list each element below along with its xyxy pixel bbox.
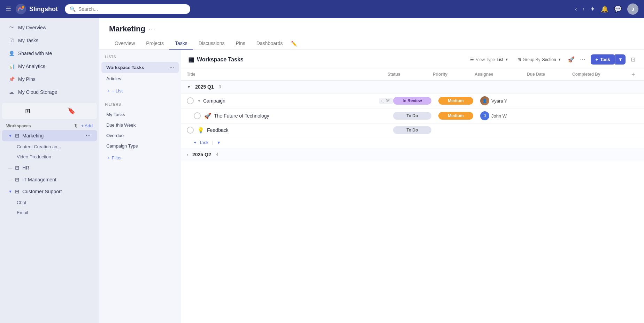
sort-workspaces-button[interactable]: ⇅ [74,123,78,128]
workspace-more-icon[interactable]: ⋯ [86,133,91,138]
add-task-button[interactable]: + Task [591,54,615,65]
toolbar-more-button[interactable]: ⋯ [578,54,587,65]
add-task-inline[interactable]: + Task | ▼ [181,137,644,148]
workspace-item-it-management[interactable]: — ⊟ IT Management ⋯ [2,174,97,185]
list-item-more-icon[interactable]: ⋯ [169,65,174,70]
view-type-option[interactable]: ☰ View Type List ▼ [467,55,511,64]
tab-overview[interactable]: Overview [109,38,140,50]
tab-discussions[interactable]: Discussions [193,38,230,50]
notifications-button[interactable]: 🔔 [601,5,608,13]
add-task-group: + Task ▼ [591,54,626,65]
page-more-button[interactable]: ⋯ [149,25,155,33]
sidebar-nav: 〜 My Overview ☑ My Tasks 👤 Shared with M… [0,18,99,102]
filter-item-my-tasks[interactable]: My Tasks ⋯ [101,110,179,120]
logo-icon [15,3,26,15]
tab-pins[interactable]: Pins [230,38,251,50]
col-priority-header: Priority [433,72,475,77]
tab-tasks[interactable]: Tasks [169,38,193,50]
sidebar: 〜 My Overview ☑ My Tasks 👤 Shared with M… [0,18,99,323]
add-workspace-button[interactable]: + Add [81,123,93,128]
sidebar-item-my-cloud[interactable]: ☁ My Cloud Storage [2,86,97,98]
list-item-articles[interactable]: Articles ⋯ [101,73,179,84]
topnav-actions: ‹ › ✦ 🔔 💬 J [575,3,638,15]
section-row-2025-q2[interactable]: › 2025 Q2 4 ⋯ [181,148,644,161]
layers-view-button[interactable]: ⊞ [6,105,49,117]
sidebar-item-my-analytics[interactable]: 📊 My Analytics [2,60,97,73]
edit-tabs-button[interactable]: ✏️ [291,41,297,46]
cloud-icon: ☁ [8,89,15,95]
activity-icon: 〜 [8,24,15,31]
tab-projects[interactable]: Projects [140,38,169,50]
table-row-future-tech[interactable]: 🚀 The Future of Technology To Do Medium … [181,108,644,123]
add-task-dropdown-button[interactable]: ▼ [615,54,626,65]
sidebar-item-my-tasks[interactable]: ☑ My Tasks [2,34,97,47]
chevron-down-icon[interactable]: ▼ [217,140,221,145]
workspaces-header: Workspaces ⇅ + Add [0,120,99,130]
workspace-item-marketing[interactable]: ▼ ⊟ Marketing ⋯ [2,130,97,141]
sidebar-item-shared-with-me[interactable]: 👤 Shared with Me [2,47,97,60]
hamburger-menu[interactable]: ☰ [6,5,11,13]
workspace-child-content-creation[interactable]: Content Creation an... ⋯ [2,142,97,151]
chevron-down-icon: ▼ [8,134,12,138]
workspace-child-chat[interactable]: Chat ⋯ [2,198,97,207]
task-subtask-badge-campaign: ⊡ 0/1 [379,98,393,104]
task-expand-campaign[interactable]: ▼ [197,99,201,103]
priority-badge: Medium [438,112,473,120]
filter-button[interactable]: ⊡ [629,54,637,65]
section-row-2025-q1[interactable]: ▼ 2025 Q1 3 ⋯ [181,81,644,93]
list-item-label: Workspace Tasks [106,65,144,70]
workspace-label: IT Management [22,177,56,182]
person-icon: 👤 [8,50,15,57]
user-avatar[interactable]: J [627,3,638,15]
task-status-future-tech[interactable]: To Do [393,112,438,120]
list-item-workspace-tasks[interactable]: Workspace Tasks ⋯ [101,62,179,73]
workspaces-label: Workspaces [6,123,31,128]
add-column-button[interactable]: + [628,71,638,77]
task-toolbar: ▦ Workspace Tasks ☰ View Type List ▼ ⊞ G… [181,50,644,68]
chat-button[interactable]: 💬 [614,5,622,13]
filter-item-due-this-week[interactable]: Due this Week ⋯ [101,120,179,130]
task-emoji-feedback: 💡 [197,127,204,134]
lists-section-label: LISTS [99,55,181,62]
workspace-item-hr[interactable]: — ⊟ HR ⋯ [2,162,97,173]
tab-dashboards[interactable]: Dashboards [251,38,289,50]
group-by-option[interactable]: ⊞ Group By Section ▼ [515,55,564,64]
view-toggle-group: ⊞ 🔖 [2,103,97,119]
task-priority-campaign[interactable]: Medium [438,97,480,105]
search-bar[interactable]: 🔍 [65,4,190,14]
sidebar-item-label: My Cloud Storage [18,89,57,95]
task-assignee-future-tech[interactable]: J John W [480,111,532,120]
bookmark-view-button[interactable]: 🔖 [50,105,93,117]
status-badge: In Review [393,97,431,105]
task-checkbox-campaign[interactable] [187,97,194,104]
add-filter-button[interactable]: + Filter [101,152,127,163]
add-list-button[interactable]: + + List [101,85,128,96]
workspace-child-email[interactable]: Email ⋯ [2,208,97,217]
task-checkbox-feedback[interactable] [187,127,194,134]
back-button[interactable]: ‹ [575,6,577,12]
task-area-title: ▦ Workspace Tasks [188,56,463,63]
task-priority-future-tech[interactable]: Medium [438,112,480,120]
section-count: 3 [219,84,221,89]
child-label: Email [17,210,28,215]
task-assignee-campaign[interactable]: 👤 Vyara Y [480,96,532,105]
ai-button[interactable]: ✦ [590,5,595,13]
workspace-child-video-production[interactable]: Video Production ⋯ [2,152,97,162]
search-input[interactable] [78,6,185,12]
forward-button[interactable]: › [583,6,584,12]
filter-item-label: My Tasks [106,112,125,117]
table-row-campaign[interactable]: ▼ Campaign ⊡ 0/1 In Review Medium [181,93,644,108]
main-content: Marketing ⋯ Overview Projects Tasks Disc… [99,18,644,323]
task-status-feedback[interactable]: To Do [393,126,438,134]
filter-item-campaign-type[interactable]: Campaign Type ⋯ [101,141,179,151]
chevron-right-icon: — [8,178,12,182]
filter-item-overdue[interactable]: Overdue ⋯ [101,130,179,141]
table-row-feedback[interactable]: 💡 Feedback To Do ⋯ [181,123,644,137]
sidebar-item-my-pins[interactable]: 📌 My Pins [2,73,97,85]
rocket-button[interactable]: 🚀 [568,56,575,63]
sidebar-item-my-overview[interactable]: 〜 My Overview [2,21,97,34]
task-checkbox-future-tech[interactable] [194,112,201,119]
task-status-campaign[interactable]: In Review [393,97,438,105]
pin-icon: 📌 [8,76,15,82]
workspace-item-customer-support[interactable]: ▼ ⊟ Customer Support ⋯ [2,186,97,197]
